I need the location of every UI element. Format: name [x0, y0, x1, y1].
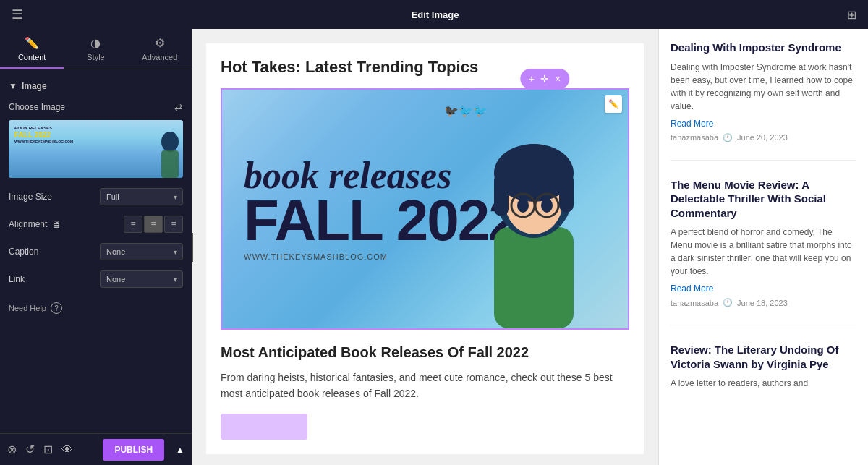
caption-label: Caption	[9, 247, 38, 257]
link-select[interactable]: None Media File Custom URL	[100, 270, 183, 288]
featured-image: 🐦‍⬛🐦🐦 book releases FALL 2022 WWW.THEKEY…	[222, 90, 628, 328]
floating-toolbar: + ✛ ×	[520, 69, 569, 89]
tab-style[interactable]: ◑ Style	[64, 29, 127, 69]
preview-girl-svg	[132, 127, 183, 178]
layers-icon[interactable]: ⊗	[7, 443, 17, 456]
grid-icon[interactable]: ⊞	[847, 8, 856, 22]
align-right-button[interactable]: ≡	[164, 216, 183, 233]
card-excerpt-3: A love letter to readers, authors and	[671, 377, 856, 390]
advanced-icon: ⚙	[155, 36, 165, 50]
svg-rect-8	[559, 173, 574, 213]
link-select-wrapper: None Media File Custom URL	[100, 270, 183, 288]
sidebar-content: ▼ Image Choose Image ⇄ book releases FAL…	[0, 69, 192, 433]
undo-icon[interactable]: ↺	[25, 443, 35, 456]
image-size-select-wrapper: Full Large Medium Thumbnail	[100, 188, 183, 205]
choose-image-label: Choose Image	[9, 102, 65, 112]
card-date-2: June 18, 2023	[737, 299, 788, 307]
article-card-1: Dealing With Imposter Syndrome Dealing w…	[671, 40, 856, 161]
tab-content[interactable]: ✏️ Content	[0, 29, 64, 69]
card-date-1: June 20, 2023	[737, 133, 788, 142]
tab-bar: ✏️ Content ◑ Style ⚙ Advanced	[0, 29, 192, 69]
svg-rect-1	[161, 150, 179, 178]
article-title: Most Anticipated Book Releases Of Fall 2…	[221, 344, 629, 361]
need-help-label: Need Help	[9, 304, 46, 312]
section-arrow: ▼	[9, 81, 17, 91]
card-meta-2: tanazmasaba 🕐 June 18, 2023	[671, 298, 856, 307]
top-bar: ☰ Edit Image ⊞	[0, 0, 868, 29]
align-left-button[interactable]: ≡	[124, 216, 142, 233]
banner-girl-illustration	[454, 111, 613, 328]
card-title-2: The Menu Movie Review: A Delectable Thri…	[671, 178, 856, 221]
svg-point-13	[541, 198, 553, 213]
alignment-label: Alignment	[9, 219, 47, 229]
alignment-label-group: Alignment 🖥	[9, 218, 61, 230]
clock-icon-1: 🕐	[723, 133, 733, 142]
card-read-more-1[interactable]: Read More	[671, 119, 856, 129]
card-read-more-2[interactable]: Read More	[671, 283, 856, 294]
svg-point-0	[161, 132, 179, 152]
page-title: Edit Image	[412, 9, 459, 20]
page-box: Hot Takes: Latest Trending Topics 🐦‍⬛🐦🐦 …	[206, 43, 644, 454]
clone-icon[interactable]: ⊡	[43, 443, 53, 456]
tab-advanced[interactable]: ⚙ Advanced	[128, 29, 192, 69]
layout-wrapper: + ✛ × ‹ Hot Takes: Latest Trending Topic…	[192, 29, 868, 465]
choose-image-header: Choose Image ⇄	[9, 101, 183, 113]
image-size-select[interactable]: Full Large Medium Thumbnail	[100, 188, 183, 205]
caption-row: Caption None Below Image	[9, 243, 183, 260]
card-author-2: tanazmasaba	[671, 299, 718, 307]
bottom-bar: ⊗ ↺ ⊡ 👁 PUBLISH ▲	[0, 433, 192, 465]
help-icon: ?	[51, 302, 62, 314]
svg-rect-2	[494, 227, 574, 328]
eye-icon[interactable]: 👁	[61, 443, 73, 456]
svg-point-12	[517, 198, 529, 213]
article-card-3: Review: The Literary Undoing Of Victoria…	[671, 343, 856, 413]
alignment-row: Alignment 🖥 ≡ ≡ ≡	[9, 216, 183, 233]
preview-overlay-text: book releases FALL 2022 www.thekeysmashb…	[14, 126, 73, 144]
menu-icon[interactable]: ☰	[12, 7, 23, 22]
svg-rect-7	[494, 173, 509, 216]
card-title-3: Review: The Literary Undoing Of Victoria…	[671, 343, 856, 371]
card-author-1: tanazmasaba	[671, 133, 718, 142]
alignment-buttons: ≡ ≡ ≡	[124, 216, 183, 233]
right-sidebar: Dealing With Imposter Syndrome Dealing w…	[658, 29, 868, 465]
edit-image-overlay-button[interactable]: ✏️	[605, 95, 622, 113]
move-icon[interactable]: ✛	[540, 73, 549, 85]
clock-icon-2: 🕐	[723, 298, 733, 307]
choose-image-swap-icon[interactable]: ⇄	[174, 101, 183, 113]
align-center-button[interactable]: ≡	[144, 216, 163, 233]
read-more-button[interactable]	[221, 414, 307, 440]
card-excerpt-2: A perfect blend of horror and comedy, Th…	[671, 226, 856, 278]
article-card-2: The Menu Movie Review: A Delectable Thri…	[671, 178, 856, 326]
link-label: Link	[9, 274, 25, 284]
link-row: Link None Media File Custom URL	[9, 270, 183, 288]
image-size-label: Image Size	[9, 192, 52, 202]
caption-select[interactable]: None Below Image	[100, 243, 183, 260]
featured-image-container: 🐦‍⬛🐦🐦 book releases FALL 2022 WWW.THEKEY…	[221, 88, 629, 330]
style-icon: ◑	[90, 36, 101, 50]
publish-button[interactable]: PUBLISH	[103, 439, 164, 461]
image-preview[interactable]: book releases FALL 2022 www.thekeysmashb…	[9, 120, 183, 178]
close-icon[interactable]: ×	[555, 73, 561, 85]
banner-background: 🐦‍⬛🐦🐦 book releases FALL 2022 WWW.THEKEY…	[222, 90, 628, 328]
image-section-header: ▼ Image	[9, 81, 183, 91]
content-icon: ✏️	[25, 36, 39, 50]
card-meta-1: tanazmasaba 🕐 June 20, 2023	[671, 133, 856, 142]
collapse-arrow[interactable]: ‹	[192, 233, 193, 262]
caption-select-wrapper: None Below Image	[100, 243, 183, 260]
need-help-link[interactable]: Need Help ?	[9, 302, 183, 314]
article-excerpt: From daring heists, historical fantasies…	[221, 370, 629, 402]
monitor-icon: 🖥	[51, 218, 61, 230]
girl-svg	[454, 111, 613, 328]
card-title-1: Dealing With Imposter Syndrome	[671, 40, 856, 55]
card-excerpt-1: Dealing with Imposter Syndrome at work h…	[671, 61, 856, 113]
add-icon[interactable]: +	[529, 73, 535, 85]
image-size-row: Image Size Full Large Medium Thumbnail	[9, 188, 183, 205]
sidebar: ✏️ Content ◑ Style ⚙ Advanced ▼ Image Ch…	[0, 29, 192, 465]
center-panel: ‹ Hot Takes: Latest Trending Topics 🐦‍⬛🐦…	[192, 29, 658, 465]
chevron-up-icon[interactable]: ▲	[176, 445, 184, 455]
